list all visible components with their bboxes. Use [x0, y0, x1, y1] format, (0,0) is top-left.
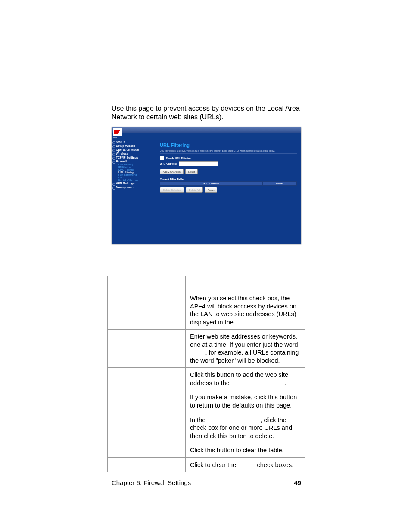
row-apply-label: [108, 368, 186, 390]
page: Use this page to prevent access by devic…: [0, 0, 411, 532]
sidebar-item-firewall[interactable]: Firewall: [112, 159, 156, 163]
row-reset2-desc: Click to clear the Select check boxes.: [186, 457, 305, 472]
row-url-label: [108, 330, 186, 368]
row-delall-label: [108, 443, 186, 458]
delete-selected-button[interactable]: Delete Selected: [160, 187, 184, 193]
page-title: URL Filtering: [160, 143, 301, 148]
apply-changes-button[interactable]: Apply Changes: [160, 169, 184, 174]
sidebar: Status Setup Wizard Operation Mode Wirel…: [112, 140, 156, 244]
titlebar: [112, 127, 301, 133]
description-table: When you select this check box, the AP+4…: [107, 276, 305, 472]
enable-label: Enable URL Filtering: [166, 157, 191, 159]
intro-text: Use this page to prevent access by devic…: [112, 104, 301, 121]
brand-logo: [113, 128, 122, 136]
row-reset2-label: [108, 457, 186, 472]
brand-text: zoom: [113, 137, 117, 139]
hdr-desc: [186, 276, 305, 291]
filter-table-header: URL Address Select: [160, 181, 297, 186]
reset-button[interactable]: Reset: [185, 169, 198, 174]
row-enable-label: [108, 291, 186, 330]
footer-page-number: 49: [294, 479, 301, 486]
sidebar-item-status[interactable]: Status: [112, 140, 156, 144]
delete-all-button[interactable]: Delete All: [186, 187, 202, 193]
row-reset-label: [108, 390, 186, 413]
row-url-desc: Enter web site addresses or keywords, on…: [186, 330, 305, 368]
row-reset-desc: If you make a mistake, click this button…: [186, 390, 305, 413]
sidebar-item-setup-wizard[interactable]: Setup Wizard: [112, 144, 156, 148]
url-address-label: URL Address:: [160, 162, 177, 165]
filter-table-caption: Current Filter Table:: [160, 178, 297, 180]
sidebar-item-management[interactable]: Management: [112, 185, 156, 189]
sidebar-item-operation-mode[interactable]: Operation Mode: [112, 148, 156, 152]
content-panel: URL Filtering URL filter is used to deny…: [156, 140, 301, 244]
divider: [160, 153, 297, 154]
sidebar-item-tcpip[interactable]: TCP/IP Settings: [112, 156, 156, 159]
col-url-address: URL Address: [160, 181, 262, 186]
row-apply-desc: Click this button to add the web site ad…: [186, 368, 305, 390]
hdr-setting: [108, 276, 186, 291]
footer-rule: [112, 476, 301, 476]
row-delsel-label: [108, 413, 186, 443]
row-delsel-desc: In the Current Filter Table, click the c…: [186, 413, 305, 443]
router-screenshot: zoom Status Setup Wizard Operation Mode …: [112, 127, 301, 244]
col-select: Select: [262, 181, 297, 186]
reset-table-button[interactable]: Reset: [205, 187, 218, 193]
footer-chapter: Chapter 6. Firewall Settings: [112, 479, 191, 486]
enable-checkbox[interactable]: [160, 156, 164, 160]
url-address-input[interactable]: [179, 161, 218, 166]
row-enable-desc: When you select this check box, the AP+4…: [186, 291, 305, 330]
page-description: URL filter is used to deny LAN users fro…: [160, 149, 297, 152]
sidebar-item-wireless[interactable]: Wireless: [112, 152, 156, 156]
sidebar-item-vpn[interactable]: VPN Settings: [112, 181, 156, 185]
row-delall-desc: Click this button to clear the table.: [186, 443, 305, 458]
